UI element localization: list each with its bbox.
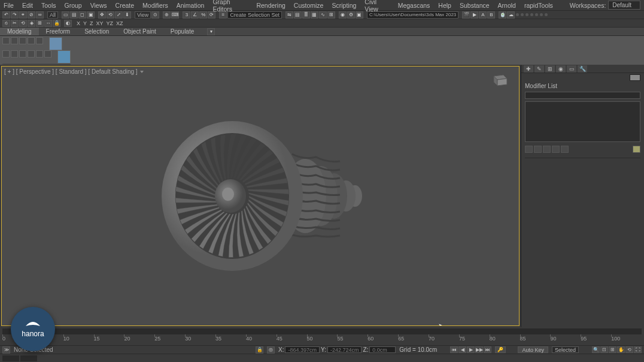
turbine-model[interactable] [157, 109, 379, 283]
ref-coord-dropdown[interactable]: View [135, 11, 151, 19]
spinner-snap-icon[interactable]: ⟳ [208, 11, 215, 19]
menu-create[interactable]: Create [116, 2, 135, 9]
percent-snap-icon[interactable]: % [199, 11, 207, 19]
isolate-icon[interactable]: ◎ [267, 346, 275, 354]
zoom-icon[interactable]: 🔍 [592, 346, 600, 353]
bottom-tab-2[interactable] [20, 355, 37, 361]
axis-y-label[interactable]: Y [82, 20, 88, 26]
snap-icon[interactable]: 3 [183, 11, 190, 19]
menu-civil-view[interactable]: Civil View [364, 0, 389, 13]
subobj-opt2-icon[interactable] [11, 50, 18, 58]
stack-config-icon[interactable] [633, 146, 640, 153]
modifier-stack[interactable] [525, 101, 640, 142]
menu-scripting[interactable]: Scripting [332, 2, 356, 9]
menu-substance[interactable]: Substance [460, 2, 490, 9]
render-setup-icon[interactable]: ⚙ [347, 11, 355, 19]
key-mode-icon[interactable]: 🔑 [495, 346, 506, 353]
stack-remove-icon[interactable] [552, 146, 560, 153]
goto-end-icon[interactable]: ⏭ [484, 346, 491, 353]
workspace-selector[interactable]: Workspaces: Default [570, 1, 640, 10]
keyboard-icon[interactable]: ⌨ [171, 11, 179, 19]
render-online-icon[interactable]: ☁ [507, 11, 515, 19]
edit-named-icon[interactable]: ≡ [219, 11, 227, 19]
stack-unique-icon[interactable] [543, 146, 551, 153]
subobj-opt5-icon[interactable] [36, 50, 43, 58]
coord-x-input[interactable]: -864.397cm [285, 346, 320, 353]
mirror-icon[interactable]: ⇋ [285, 11, 293, 19]
manipulate-icon[interactable]: ⊕ [163, 11, 171, 19]
pan-icon[interactable]: ✋ [617, 346, 625, 353]
menu-megascans[interactable]: Megascans [398, 2, 430, 9]
axis-x-label[interactable]: X [75, 20, 81, 26]
place-icon[interactable]: ⬇ [123, 11, 131, 19]
unlink-icon[interactable]: ⊘ [28, 11, 35, 19]
tab-freeform[interactable]: Freeform [39, 28, 78, 35]
select-rect-icon[interactable]: ◻ [78, 11, 86, 19]
zoom-ext-icon[interactable]: ⊞ [609, 346, 616, 353]
menu-customize[interactable]: Customize [294, 2, 324, 9]
ribbon-collapse-icon[interactable]: ▾ [207, 28, 215, 35]
lock-icon[interactable]: 🔒 [53, 20, 60, 27]
render-frame-icon[interactable]: ▣ [356, 11, 363, 19]
axis-yz-label[interactable]: YZ [105, 20, 115, 26]
window-crossing-icon[interactable]: ▣ [87, 11, 95, 19]
selection-set-dropdown[interactable]: Create Selection Set [227, 11, 282, 19]
menu-arnold[interactable]: Arnold [498, 2, 516, 9]
maxscript-icon[interactable]: ≫ [2, 346, 10, 354]
redo-icon[interactable]: ↷ [11, 11, 19, 19]
move-icon[interactable]: ✥ [98, 11, 106, 19]
menu-views[interactable]: Views [90, 2, 107, 9]
object-color-swatch[interactable] [630, 74, 640, 81]
modifier-list-dropdown[interactable] [525, 92, 640, 99]
axis-xz-label[interactable]: XZ [115, 20, 124, 26]
subobj-opt4-icon[interactable] [28, 50, 35, 58]
menu-rapidtools[interactable]: rapidTools [524, 2, 553, 9]
menu-tools[interactable]: Tools [41, 2, 56, 9]
menu-group[interactable]: Group [65, 2, 82, 9]
subobj-vertex-icon[interactable] [2, 37, 10, 44]
viewport-label[interactable]: [ + ] [ Perspective ] [ Standard ] [ Def… [4, 68, 144, 75]
timeline-track[interactable] [2, 328, 642, 334]
menu-file[interactable]: File [4, 2, 14, 9]
menu-modifiers[interactable]: Modifiers [142, 2, 168, 9]
prev-frame-icon[interactable]: ◀ [458, 346, 466, 353]
link-icon[interactable]: ⚭ [19, 11, 27, 19]
bind-icon[interactable]: ∞ [36, 11, 44, 19]
viewcube-icon[interactable] [489, 71, 511, 88]
timeline[interactable]: 0 5 10 15 20 25 30 35 40 45 50 55 60 65 … [0, 327, 644, 345]
select-object-icon[interactable]: ▭ [62, 11, 69, 19]
menu-rendering[interactable]: Rendering [256, 2, 285, 9]
coord-y-input[interactable]: -242.724cm [327, 346, 362, 353]
bottom-tab-1[interactable] [2, 355, 19, 361]
subobj-opt1-icon[interactable] [2, 50, 10, 58]
tab-populate[interactable]: Populate [163, 28, 201, 35]
menu-edit[interactable]: Edit [22, 2, 33, 9]
poly-model-big2-icon[interactable] [57, 50, 71, 64]
cmd-tab-motion-icon[interactable]: ◉ [556, 65, 566, 73]
workspace-dropdown[interactable]: Default [608, 1, 640, 10]
schematic-icon[interactable]: ⊞ [327, 11, 335, 19]
constraint-icon[interactable]: ↔ [44, 20, 52, 27]
subobj-edge-icon[interactable] [11, 37, 18, 44]
stack-pin-icon[interactable] [525, 146, 533, 153]
svg-icon[interactable]: ◐ [64, 20, 72, 27]
working-pivot-icon[interactable]: ◈ [28, 20, 35, 27]
orbit-icon[interactable]: ⟲ [625, 346, 633, 353]
axis-xy-label[interactable]: XY [95, 20, 105, 26]
lock-selection-icon[interactable]: 🔒 [256, 346, 263, 354]
play-icon[interactable]: ▶ [467, 346, 475, 353]
axis-z-label[interactable]: Z [89, 20, 95, 26]
next-frame-icon[interactable]: ▶▶ [475, 346, 483, 353]
menu-graph-editors[interactable]: Graph Editors [212, 0, 248, 13]
command-rollouts[interactable] [525, 158, 640, 325]
cmd-tab-modify-icon[interactable]: ✎ [534, 65, 544, 73]
angle-snap-icon[interactable]: ∠ [191, 11, 199, 19]
scale-icon[interactable]: ⤢ [115, 11, 123, 19]
zoom-all-icon[interactable]: ⊡ [600, 346, 608, 353]
subobj-element-icon[interactable] [36, 37, 43, 44]
select-name-icon[interactable]: ▤ [70, 11, 78, 19]
selection-filter-dropdown[interactable]: All [47, 11, 58, 19]
project-path-dropdown[interactable]: C:\Users\User\Documents\3ds Max 2023 [367, 11, 458, 19]
chevron-down-icon[interactable] [140, 71, 144, 73]
subobj-opt3-icon[interactable] [19, 50, 26, 58]
